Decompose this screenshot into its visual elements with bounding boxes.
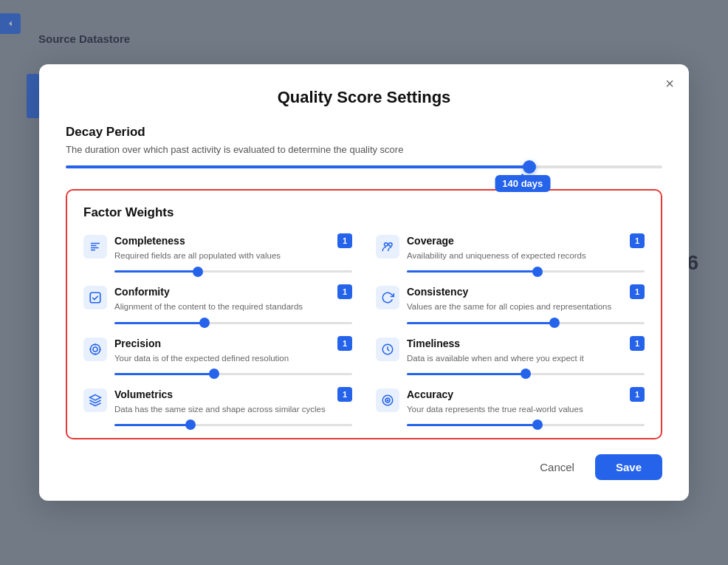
precision-badge: 1 xyxy=(337,336,352,351)
conformity-badge: 1 xyxy=(337,284,352,299)
decay-period-description: The duration over which past activity is… xyxy=(66,144,662,155)
precision-desc: Your data is of the expected defined res… xyxy=(114,352,352,364)
timeliness-icon xyxy=(376,338,399,361)
factor-completeness: Completeness 1 Required fields are all p… xyxy=(83,233,352,273)
modal-title: Quality Score Settings xyxy=(66,88,662,107)
timeliness-badge: 1 xyxy=(630,336,645,351)
decay-period-tooltip: 140 days xyxy=(495,175,550,192)
coverage-desc: Availability and uniqueness of expected … xyxy=(407,250,645,261)
volumetrics-icon xyxy=(83,388,107,412)
svg-point-17 xyxy=(387,400,388,401)
accuracy-name: Accuracy xyxy=(407,388,453,400)
factor-precision: Precision 1 Your data is of the expected… xyxy=(83,336,352,375)
volumetrics-badge: 1 xyxy=(337,387,352,402)
volumetrics-desc: Data has the same size and shape across … xyxy=(114,403,352,415)
conformity-name: Conformity xyxy=(114,286,170,298)
coverage-name: Coverage xyxy=(407,235,454,247)
cancel-button[interactable]: Cancel xyxy=(528,454,586,480)
coverage-icon xyxy=(376,235,399,258)
timeliness-desc: Data is available when and where you exp… xyxy=(407,352,645,364)
factor-weights-section: Factor Weights Completeness xyxy=(66,189,662,439)
factor-consistency: Consistency 1 Values are the same for al… xyxy=(376,284,645,323)
conformity-icon xyxy=(83,286,107,309)
svg-rect-6 xyxy=(90,293,100,304)
consistency-name: Consistency xyxy=(407,286,468,298)
completeness-badge: 1 xyxy=(337,233,352,248)
accuracy-icon xyxy=(376,388,399,412)
completeness-desc: Required fields are all populated with v… xyxy=(114,250,352,261)
precision-icon xyxy=(83,338,107,361)
factor-accuracy: Accuracy 1 Your data represents the true… xyxy=(376,387,645,426)
factor-timeliness: Timeliness 1 Data is available when and … xyxy=(376,336,645,375)
completeness-name: Completeness xyxy=(114,235,185,247)
consistency-icon xyxy=(376,286,399,309)
decay-period-thumb[interactable]: 140 days xyxy=(523,160,536,174)
modal-footer: Cancel Save xyxy=(66,454,662,480)
svg-point-8 xyxy=(93,347,97,352)
decay-period-slider-container[interactable]: 140 days xyxy=(66,165,662,168)
consistency-desc: Values are the same for all copies and r… xyxy=(407,301,645,312)
volumetrics-name: Volumetrics xyxy=(114,388,173,400)
svg-point-4 xyxy=(385,243,388,247)
decay-period-title: Decay Period xyxy=(66,125,662,140)
factor-coverage: Coverage 1 Availability and uniqueness o… xyxy=(376,233,645,273)
svg-point-5 xyxy=(389,243,393,247)
completeness-icon xyxy=(83,235,107,258)
save-button[interactable]: Save xyxy=(595,454,662,480)
timeliness-name: Timeliness xyxy=(407,338,460,349)
timeliness-slider[interactable] xyxy=(376,373,645,375)
conformity-desc: Alignment of the content to the required… xyxy=(114,301,352,312)
accuracy-slider[interactable] xyxy=(376,424,645,426)
factor-volumetrics: Volumetrics 1 Data has the same size and… xyxy=(83,387,352,426)
accuracy-badge: 1 xyxy=(630,387,645,402)
quality-score-modal: × Quality Score Settings Decay Period Th… xyxy=(39,64,689,500)
svg-marker-14 xyxy=(90,394,101,400)
completeness-slider[interactable] xyxy=(83,270,352,273)
decay-period-section: Decay Period The duration over which pas… xyxy=(66,125,662,168)
consistency-badge: 1 xyxy=(630,284,645,299)
conformity-slider[interactable] xyxy=(83,322,352,324)
decay-period-fill xyxy=(66,165,529,168)
precision-name: Precision xyxy=(114,338,161,349)
precision-slider[interactable] xyxy=(83,373,352,375)
factor-weights-title: Factor Weights xyxy=(83,205,645,220)
modal-overlay: × Quality Score Settings Decay Period Th… xyxy=(0,0,728,565)
consistency-slider[interactable] xyxy=(376,322,645,324)
accuracy-desc: Your data represents the true real-world… xyxy=(407,403,645,415)
coverage-slider[interactable] xyxy=(376,270,645,273)
factors-grid: Completeness 1 Required fields are all p… xyxy=(83,233,645,425)
coverage-badge: 1 xyxy=(630,233,645,248)
volumetrics-slider[interactable] xyxy=(83,424,352,426)
close-button[interactable]: × xyxy=(665,76,674,91)
factor-conformity: Conformity 1 Alignment of the content to… xyxy=(83,284,352,323)
decay-period-track: 140 days xyxy=(66,165,662,168)
svg-point-7 xyxy=(90,344,100,355)
